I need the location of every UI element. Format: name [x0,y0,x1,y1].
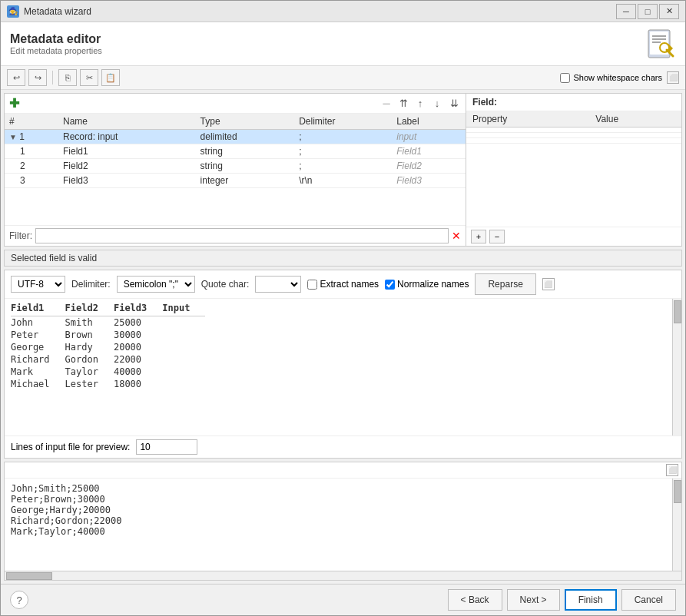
cancel-button[interactable]: Cancel [621,589,676,611]
col-type: Type [196,114,295,130]
cut-button[interactable]: ✂ [80,69,98,86]
bottom-right: < Back Next > Finish Cancel [448,589,676,611]
close-button[interactable]: ✕ [659,4,679,19]
minimize-button[interactable]: ─ [616,4,636,19]
prop-col-value: Value [589,111,681,128]
status-text: Selected field is valid [11,253,97,263]
raw-scrollbar[interactable] [672,479,681,571]
table-row[interactable]: 2 Field2 string ; Field2 [5,159,466,174]
field-props-pane: Field: Property Value [466,94,681,246]
back-button[interactable]: < Back [448,589,502,611]
filter-clear-button[interactable]: ✕ [452,230,461,242]
csv-data-row: RichardGordon22000 [11,353,205,366]
finish-button[interactable]: Finish [565,589,617,611]
raw-text-area[interactable]: John;Smith;25000 Peter;Brown;30000 Georg… [5,479,672,571]
whitespace-checkbox[interactable] [560,73,570,83]
row-type: integer [196,174,295,188]
move-bottom-button[interactable]: ⇊ [447,97,461,111]
lines-label: Lines of input file for preview: [11,442,130,452]
field-table: # Name Type Delimiter Label ▼ 1 Record: … [5,114,466,188]
col-label: Label [392,114,466,130]
toolbar-right: Show whitespace chars ⬜ [560,71,679,84]
csv-data-row: MarkTaylor40000 [11,366,205,378]
remove-field-button[interactable]: ─ [379,97,393,111]
table-row[interactable]: 1 Field1 string ; Field1 [5,144,466,159]
next-button[interactable]: Next > [507,589,560,611]
remove-prop-button[interactable]: − [489,230,505,243]
maximize-button[interactable]: □ [638,4,658,19]
normalize-names-checkbox[interactable] [385,280,395,290]
whitespace-check-label[interactable]: Show whitespace chars [560,73,662,83]
extract-names-label[interactable]: Extract names [307,279,379,290]
csv-header-row: Field1 Field2 Field3 Input [11,302,205,316]
page-header: Metadata editor Edit metadata properties [1,22,685,66]
row-label: Field1 [392,144,466,159]
field-props-header: Field: [466,94,681,111]
raw-header: ⬜ [5,462,681,479]
delimiter-select[interactable]: Semicolon ";" Comma "," Tab [117,276,195,293]
row-delimiter: ; [294,144,392,159]
toolbar-separator-1 [52,71,53,84]
row-num: 2 [5,159,58,174]
extract-names-text: Extract names [320,279,379,290]
csv-preview-section: UTF-8 UTF-16 ASCII Delimiter: Semicolon … [4,270,682,459]
main-toolbar: ↩ ↪ ⎘ ✂ 📋 Show whitespace chars ⬜ [1,66,685,90]
field-props-table: Property Value [466,111,681,227]
extract-names-checkbox[interactable] [307,280,317,290]
copy-button[interactable]: ⎘ [58,69,77,86]
quote-select[interactable]: " ' [255,276,301,293]
app-icon: 🧙 [7,5,19,18]
redo-button[interactable]: ↪ [28,69,47,86]
row-delimiter: \r\n [294,174,392,188]
help-button[interactable]: ? [10,591,28,609]
filter-input[interactable] [35,228,449,243]
undo-button[interactable]: ↩ [7,69,25,86]
page-subtitle: Edit metadata properties [10,46,102,55]
window-controls: ─ □ ✕ [616,4,679,19]
quote-label: Quote char: [201,279,250,290]
bottom-bar: ? < Back Next > Finish Cancel [1,584,685,615]
row-num: 1 [5,144,58,159]
toolbar-buttons: ↩ ↪ ⎘ ✂ 📋 [7,69,120,86]
csv-maximize-button[interactable]: ⬜ [542,278,555,290]
csv-scrollbar[interactable] [672,299,681,436]
titlebar: 🧙 Metadata wizard ─ □ ✕ [1,1,685,22]
csv-col-input: Input [162,302,205,316]
top-section: ✚ ─ ⇈ ↑ ↓ ⇊ # Name Type [4,93,682,247]
move-down-button[interactable]: ↓ [430,97,444,111]
normalize-names-label[interactable]: Normalize names [385,279,469,290]
lines-input[interactable] [136,439,197,455]
prop-col-property: Property [466,111,589,128]
row-type: string [196,144,295,159]
raw-scrollbar-thumb[interactable] [674,480,681,503]
row-name: Field3 [58,174,196,188]
row-delimiter: ; [294,159,392,174]
row-name: Record: input [58,130,196,144]
move-top-button[interactable]: ⇈ [396,97,410,111]
normalize-names-text: Normalize names [397,279,469,290]
reparse-button[interactable]: Reparse [475,273,535,295]
status-bar: Selected field is valid [4,250,682,267]
raw-maximize-button[interactable]: ⬜ [666,464,678,476]
page-title: Metadata editor [10,32,102,46]
raw-hscroll[interactable] [5,571,681,580]
field-table-toolbar: ✚ ─ ⇈ ↑ ↓ ⇊ [5,94,466,114]
row-type: delimited [196,130,295,144]
field-table-scroll: # Name Type Delimiter Label ▼ 1 Record: … [5,114,466,225]
row-num: ▼ 1 [5,130,58,144]
row-name: Field2 [58,159,196,174]
encoding-select[interactable]: UTF-8 UTF-16 ASCII [11,276,65,293]
add-prop-button[interactable]: + [471,230,486,243]
add-field-button[interactable]: ✚ [9,96,19,111]
table-row[interactable]: 3 Field3 integer \r\n Field3 [5,174,466,188]
paste-button[interactable]: 📋 [101,69,120,86]
move-up-button[interactable]: ↑ [413,97,427,111]
section-maximize-button[interactable]: ⬜ [667,71,679,84]
table-row[interactable]: ▼ 1 Record: input delimited ; input [5,130,466,144]
col-hash: # [5,114,58,130]
csv-scrollbar-thumb[interactable] [674,300,681,323]
field-table-pane: ✚ ─ ⇈ ↑ ↓ ⇊ # Name Type [5,94,466,246]
row-label: input [392,130,466,144]
filter-label: Filter: [9,230,32,241]
col-delimiter: Delimiter [294,114,392,130]
